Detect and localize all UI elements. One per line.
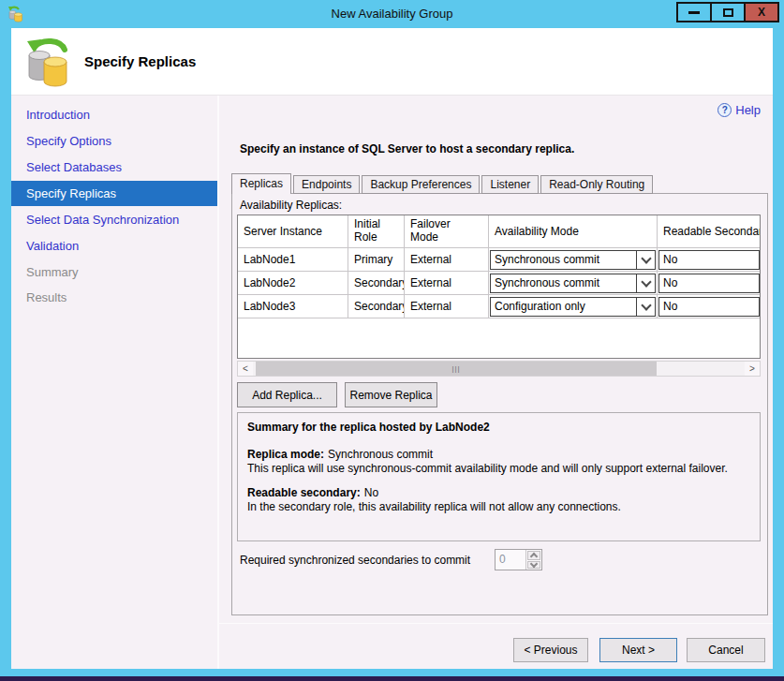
cell-readable-secondary: No (658, 272, 761, 294)
replica-mode-value: Synchronous commit (328, 448, 433, 461)
tab-listener[interactable]: Listener (481, 175, 539, 194)
title-bar[interactable]: New Availability Group X (0, 0, 784, 28)
help-icon: ? (717, 103, 732, 117)
sidebar-item-specify-options[interactable]: Specify Options (11, 128, 217, 154)
replica-summary-panel: Summary for the replica hosted by LabNod… (237, 412, 761, 541)
cell-readable-secondary: No (658, 295, 761, 318)
sidebar-item-results: Results (11, 285, 217, 310)
cell-initial-role: Secondary (348, 272, 405, 294)
column-header-server-instance: Server Instance (238, 215, 348, 247)
cell-initial-role: Secondary (348, 295, 405, 318)
close-icon: X (758, 7, 765, 18)
spinner-value[interactable]: 0 (496, 550, 525, 570)
required-secondaries-spinner[interactable]: 0 (495, 549, 542, 570)
dialog-window: New Availability Group X Specify Replica… (0, 0, 784, 681)
cell-availability-mode: Synchronous commit (489, 248, 658, 271)
availability-replicas-grid: Server Instance Initial Role Failover Mo… (237, 215, 761, 359)
replica-mode-description: This replica will use synchronous-commit… (247, 462, 750, 475)
readable-secondary-description: In the secondary role, this availability… (247, 500, 750, 513)
close-button[interactable]: X (744, 2, 779, 22)
help-link[interactable]: ? Help (717, 103, 761, 117)
sidebar-item-introduction[interactable]: Introduction (11, 102, 217, 127)
dialog-body: Specify Replicas Introduction Specify Op… (11, 28, 773, 669)
wizard-header: Specify Replicas (11, 28, 773, 96)
grid-horizontal-scrollbar[interactable]: < ||| > (237, 361, 761, 377)
cell-failover-mode: External (405, 248, 489, 271)
cell-failover-mode: External (405, 295, 489, 318)
cell-availability-mode: Synchronous commit (489, 272, 658, 294)
column-header-initial-role: Initial Role (348, 215, 405, 247)
window-controls: X (676, 2, 779, 22)
scrollbar-grip-icon: ||| (451, 365, 460, 373)
chevron-down-icon (641, 253, 651, 263)
availability-mode-dropdown[interactable]: Synchronous commit (490, 250, 656, 270)
cell-server-instance[interactable]: LabNode1 (238, 248, 348, 271)
maximize-icon (723, 8, 733, 17)
minimize-icon (688, 11, 700, 14)
cancel-button[interactable]: Cancel (687, 638, 765, 662)
sidebar-item-specify-replicas[interactable]: Specify Replicas (11, 181, 217, 206)
replica-mode-label: Replica mode: (247, 448, 324, 461)
footer-divider (219, 623, 773, 624)
sidebar-item-select-databases[interactable]: Select Databases (11, 155, 217, 180)
chevron-down-icon (641, 276, 651, 287)
desktop-edge-strip (0, 676, 784, 681)
grid-header-row: Server Instance Initial Role Failover Mo… (238, 215, 760, 248)
window-title: New Availability Group (0, 0, 784, 28)
column-header-readable-secondary: Readable Secondary (658, 215, 761, 247)
maximize-button[interactable] (710, 2, 746, 22)
cell-availability-mode: Configuration only (489, 295, 658, 318)
tab-backup-preferences[interactable]: Backup Preferences (362, 175, 480, 194)
wizard-content: ? Help Specify an instance of SQL Server… (219, 96, 773, 669)
tab-read-only-routing[interactable]: Read-Only Routing (540, 175, 653, 194)
previous-button[interactable]: < Previous (513, 638, 588, 662)
sidebar-item-summary: Summary (11, 259, 217, 285)
spinner-buttons (525, 550, 541, 570)
cell-initial-role: Primary (348, 248, 405, 271)
spinner-down-icon (530, 560, 538, 568)
readable-secondary-dropdown[interactable]: No (658, 250, 760, 270)
replica-row-labnode1[interactable]: LabNode1 Primary External Synchronous co… (238, 248, 760, 272)
dropdown-arrow (636, 274, 655, 292)
replica-database-icon (23, 36, 74, 88)
column-header-failover-mode: Failover Mode (405, 215, 489, 247)
readable-secondary-line: Readable secondary:No (247, 486, 750, 499)
spinner-up-button[interactable] (527, 551, 540, 560)
cell-failover-mode: External (405, 272, 489, 294)
page-instruction: Specify an instance of SQL Server to hos… (240, 142, 574, 155)
availability-mode-dropdown[interactable]: Synchronous commit (490, 274, 656, 293)
tab-endpoints[interactable]: Endpoints (293, 175, 360, 194)
readable-secondary-value: No (364, 486, 378, 499)
readable-secondary-dropdown[interactable]: No (658, 297, 760, 317)
sidebar-item-select-data-synchronization[interactable]: Select Data Synchronization (11, 207, 217, 232)
spinner-down-button[interactable] (527, 561, 540, 569)
minimize-button[interactable] (676, 2, 712, 22)
availability-mode-dropdown[interactable]: Configuration only (490, 297, 656, 317)
replicas-tab-page: Availability Replicas: Server Instance I… (231, 193, 768, 615)
help-label: Help (735, 103, 761, 117)
tab-replicas[interactable]: Replicas (231, 173, 291, 194)
readable-secondary-dropdown[interactable]: No (658, 274, 760, 293)
column-header-availability-mode: Availability Mode (489, 215, 658, 247)
replica-row-labnode2[interactable]: LabNode2 Secondary External Synchronous … (238, 272, 760, 295)
replica-row-labnode3[interactable]: LabNode3 Secondary External Configuratio… (238, 295, 760, 318)
required-secondaries-label: Required synchronized secondaries to com… (240, 554, 470, 567)
dropdown-arrow (636, 251, 655, 269)
next-button[interactable]: Next > (599, 638, 677, 662)
scroll-left-button[interactable]: < (238, 362, 253, 376)
tab-strip: Replicas Endpoints Backup Preferences Li… (231, 173, 655, 194)
cell-server-instance[interactable]: LabNode2 (238, 272, 348, 294)
replica-mode-line: Replica mode:Synchronous commit (247, 448, 750, 461)
page-title: Specify Replicas (84, 53, 196, 69)
scrollbar-thumb[interactable]: ||| (256, 362, 657, 376)
readable-secondary-label: Readable secondary: (247, 486, 361, 499)
remove-replica-button[interactable]: Remove Replica (345, 382, 437, 407)
scrollbar-track[interactable]: ||| (253, 362, 745, 376)
add-replica-button[interactable]: Add Replica... (237, 382, 337, 407)
cell-server-instance[interactable]: LabNode3 (238, 295, 348, 318)
availability-replicas-label: Availability Replicas: (240, 199, 342, 212)
scroll-right-button[interactable]: > (745, 362, 760, 376)
sidebar-item-validation[interactable]: Validation (11, 233, 217, 259)
dropdown-arrow (636, 298, 655, 316)
wizard-steps-sidebar: Introduction Specify Options Select Data… (11, 96, 217, 669)
